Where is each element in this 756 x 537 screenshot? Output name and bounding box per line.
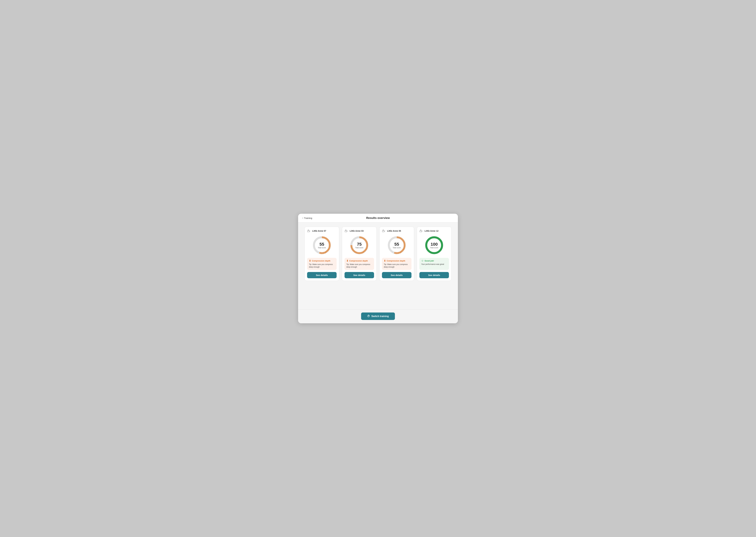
manikin-name: Little Anne 12 bbox=[424, 230, 438, 232]
feedback-icon: ⬇ bbox=[346, 259, 348, 262]
feedback-icon: ⬇ bbox=[309, 259, 311, 262]
donut-label: Total score bbox=[318, 247, 326, 248]
card-header: Little Anne 05 bbox=[382, 229, 412, 232]
feedback-title-text: Compression depth bbox=[312, 260, 330, 262]
svg-line-2 bbox=[309, 230, 310, 231]
svg-line-38 bbox=[422, 230, 422, 231]
timer-icon: ⏱ bbox=[367, 314, 370, 318]
feedback-title: ⬇ Compression depth bbox=[309, 259, 335, 262]
feedback-tip: Tip: Make sure you compress deep enough bbox=[346, 263, 372, 268]
see-details-button[interactable]: See details bbox=[382, 272, 412, 278]
feedback-title-text: Good job! bbox=[424, 260, 434, 262]
back-button[interactable]: ‹ Training bbox=[302, 217, 312, 220]
footer: ⏱ Switch training bbox=[298, 310, 458, 323]
card-header: Little Anne 12 bbox=[419, 229, 449, 232]
feedback-tip: Tip: Make sure you compress deep enough bbox=[384, 263, 410, 268]
donut-label: Total score bbox=[393, 247, 401, 248]
feedback-title: ⬇ Compression depth bbox=[384, 259, 410, 262]
cards-row: Little Anne 07 55 T bbox=[302, 227, 454, 281]
donut-center: 100 Total score bbox=[430, 242, 438, 249]
card-2: Little Anne 03 75 T bbox=[342, 227, 377, 281]
svg-point-37 bbox=[420, 230, 421, 230]
donut-container: 100 Total score bbox=[419, 235, 449, 255]
donut-wrap: 55 Total score bbox=[387, 235, 407, 255]
svg-rect-12 bbox=[345, 230, 347, 232]
feedback-title-text: Compression depth bbox=[349, 260, 368, 262]
feedback-title: ☺ Good job! bbox=[421, 259, 447, 262]
donut-container: 55 Total score bbox=[382, 235, 412, 255]
svg-point-13 bbox=[345, 230, 346, 230]
see-details-button[interactable]: See details bbox=[419, 272, 449, 278]
svg-line-26 bbox=[384, 230, 385, 231]
feedback-tip: Your performance was great bbox=[421, 263, 447, 266]
svg-line-14 bbox=[347, 230, 347, 231]
feedback-box: ⬇ Compression depth Tip: Make sure you c… bbox=[382, 258, 412, 270]
donut-wrap: 100 Total score bbox=[424, 235, 444, 255]
card-header: Little Anne 03 bbox=[344, 229, 374, 232]
donut-container: 55 Total score bbox=[307, 235, 337, 255]
donut-wrap: 75 Total score bbox=[349, 235, 369, 255]
feedback-title-text: Compression depth bbox=[387, 260, 405, 262]
manikin-name: Little Anne 05 bbox=[387, 230, 401, 232]
feedback-box: ☺ Good job! Your performance was great bbox=[419, 258, 449, 270]
card-header: Little Anne 07 bbox=[307, 229, 337, 232]
donut-score: 55 bbox=[318, 242, 326, 247]
see-details-button[interactable]: See details bbox=[307, 272, 337, 278]
svg-rect-36 bbox=[420, 230, 422, 232]
feedback-icon: ☺ bbox=[421, 259, 424, 262]
svg-rect-0 bbox=[307, 230, 309, 232]
feedback-tip: Tip: Make sure you compress deep enough bbox=[309, 263, 335, 268]
see-details-button[interactable]: See details bbox=[344, 272, 374, 278]
feedback-title: ⬇ Compression depth bbox=[346, 259, 372, 262]
main-content: Little Anne 07 55 T bbox=[298, 223, 458, 310]
switch-training-button[interactable]: ⏱ Switch training bbox=[361, 312, 395, 320]
switch-training-label: Switch training bbox=[371, 315, 389, 318]
header: ‹ Training Results overview bbox=[298, 214, 458, 223]
card-1: Little Anne 07 55 T bbox=[304, 227, 339, 281]
donut-score: 75 bbox=[355, 242, 363, 247]
page-title: Results overview bbox=[366, 216, 390, 220]
card-3: Little Anne 05 55 T bbox=[379, 227, 414, 281]
donut-score: 55 bbox=[393, 242, 401, 247]
chevron-left-icon: ‹ bbox=[302, 217, 303, 220]
app-window: ‹ Training Results overview Little Anne … bbox=[298, 214, 458, 323]
feedback-box: ⬇ Compression depth Tip: Make sure you c… bbox=[344, 258, 374, 270]
manikin-name: Little Anne 03 bbox=[350, 230, 364, 232]
donut-label: Total score bbox=[430, 247, 438, 248]
svg-rect-24 bbox=[382, 230, 384, 232]
donut-container: 75 Total score bbox=[344, 235, 374, 255]
donut-label: Total score bbox=[355, 247, 363, 248]
svg-point-1 bbox=[308, 230, 309, 230]
svg-point-25 bbox=[383, 230, 384, 230]
manikin-name: Little Anne 07 bbox=[312, 230, 326, 232]
feedback-icon: ⬇ bbox=[384, 259, 386, 262]
donut-center: 55 Total score bbox=[318, 242, 326, 249]
donut-wrap: 55 Total score bbox=[312, 235, 332, 255]
donut-center: 55 Total score bbox=[393, 242, 401, 249]
donut-score: 100 bbox=[430, 242, 438, 247]
feedback-box: ⬇ Compression depth Tip: Make sure you c… bbox=[307, 258, 337, 270]
donut-center: 75 Total score bbox=[355, 242, 363, 249]
card-4: Little Anne 12 100 Total score ☺ Good jo… bbox=[417, 227, 452, 281]
content-spacer bbox=[302, 281, 454, 307]
back-label: Training bbox=[304, 217, 312, 219]
